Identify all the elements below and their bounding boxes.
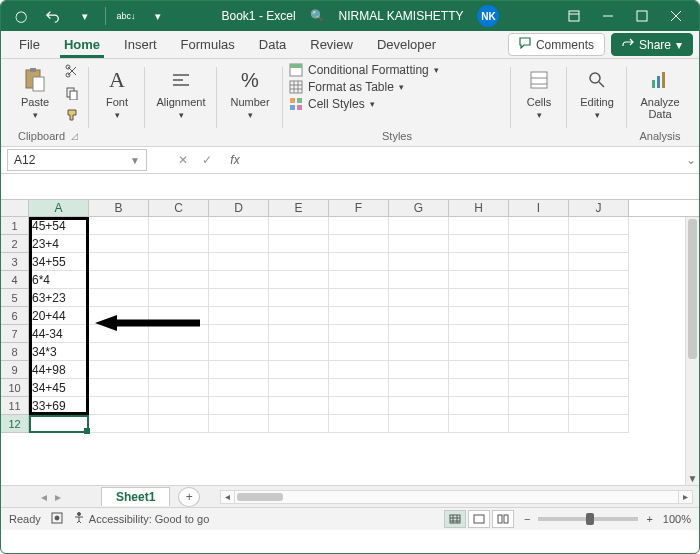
cell[interactable] [569,325,629,343]
cell[interactable] [389,289,449,307]
page-layout-view-button[interactable] [468,510,490,528]
cell[interactable] [509,235,569,253]
vertical-scrollbar[interactable]: ▼ [685,217,699,485]
cell[interactable] [89,253,149,271]
tab-home[interactable]: Home [52,31,112,58]
cell[interactable]: 23+4 [29,235,89,253]
cell[interactable]: 44+98 [29,361,89,379]
cell[interactable] [329,289,389,307]
cell[interactable]: 34+55 [29,253,89,271]
cell[interactable] [269,271,329,289]
cell[interactable] [209,289,269,307]
cell[interactable] [149,271,209,289]
tab-review[interactable]: Review [298,31,365,58]
row-header[interactable]: 9 [1,361,29,379]
cell[interactable] [389,325,449,343]
column-header[interactable]: J [569,200,629,216]
cell[interactable] [89,307,149,325]
row-header[interactable]: 10 [1,379,29,397]
scrollbar-thumb[interactable] [688,219,697,359]
cell[interactable]: 45+54 [29,217,89,235]
comments-button[interactable]: Comments [508,33,605,56]
format-painter-button[interactable] [61,105,83,125]
cell[interactable] [149,325,209,343]
cell[interactable] [509,361,569,379]
cell[interactable] [209,343,269,361]
cell-styles-button[interactable]: Cell Styles ▾ [289,97,439,111]
cell[interactable] [329,397,389,415]
cell[interactable] [269,235,329,253]
cell[interactable] [449,307,509,325]
zoom-out-button[interactable]: − [524,513,530,525]
cell[interactable] [389,379,449,397]
cell[interactable] [389,397,449,415]
cell[interactable] [389,235,449,253]
qat-dropdown[interactable]: ▾ [144,4,172,28]
row-header[interactable]: 3 [1,253,29,271]
cell[interactable] [209,235,269,253]
accessibility-status[interactable]: Accessibility: Good to go [89,513,209,525]
row-header[interactable]: 12 [1,415,29,433]
column-header[interactable]: A [29,200,89,216]
cell[interactable] [209,307,269,325]
undo-button[interactable] [39,4,67,28]
zoom-level[interactable]: 100% [663,513,691,525]
alignment-button[interactable]: Alignment ▾ [151,61,211,125]
cell[interactable]: 6*4 [29,271,89,289]
cell[interactable] [149,307,209,325]
cell[interactable] [149,397,209,415]
cell[interactable] [269,343,329,361]
paste-button[interactable]: Paste ▾ [13,61,57,125]
cell[interactable] [149,379,209,397]
cell[interactable] [209,325,269,343]
cell[interactable] [329,325,389,343]
tab-formulas[interactable]: Formulas [169,31,247,58]
cell[interactable] [329,271,389,289]
cell[interactable] [329,235,389,253]
accessibility-icon[interactable] [73,512,85,526]
cell[interactable] [89,271,149,289]
cut-button[interactable] [61,61,83,81]
cell[interactable]: 20+44 [29,307,89,325]
column-header[interactable]: I [509,200,569,216]
cell[interactable] [269,397,329,415]
row-header[interactable]: 5 [1,289,29,307]
cell[interactable] [509,253,569,271]
user-avatar[interactable]: NK [477,5,499,27]
tab-data[interactable]: Data [247,31,298,58]
cell[interactable] [389,343,449,361]
cell[interactable] [89,343,149,361]
cell[interactable] [29,415,89,433]
cell[interactable] [209,253,269,271]
cell[interactable] [89,379,149,397]
cell[interactable] [449,289,509,307]
column-header[interactable]: G [389,200,449,216]
zoom-in-button[interactable]: + [646,513,652,525]
search-icon[interactable]: 🔍 [310,9,325,23]
cell[interactable] [449,325,509,343]
scroll-down-button[interactable]: ▼ [686,471,699,485]
cell[interactable] [449,253,509,271]
cell[interactable] [449,235,509,253]
undo-dropdown[interactable]: ▾ [71,4,99,28]
cell[interactable] [509,307,569,325]
minimize-button[interactable] [591,4,625,28]
cell[interactable] [209,361,269,379]
cell[interactable] [569,289,629,307]
cell[interactable] [329,379,389,397]
cell[interactable] [449,415,509,433]
cell[interactable] [329,307,389,325]
cell[interactable] [329,217,389,235]
cell[interactable] [269,361,329,379]
cell[interactable] [389,271,449,289]
cell[interactable] [149,361,209,379]
sheet-nav[interactable]: ◂▸ [1,490,101,504]
row-header[interactable]: 8 [1,343,29,361]
name-box[interactable]: A12 ▼ [7,149,147,171]
cell[interactable] [449,217,509,235]
cell[interactable] [329,253,389,271]
ribbon-display-button[interactable] [557,4,591,28]
tab-file[interactable]: File [7,31,52,58]
row-header[interactable]: 4 [1,271,29,289]
maximize-button[interactable] [625,4,659,28]
